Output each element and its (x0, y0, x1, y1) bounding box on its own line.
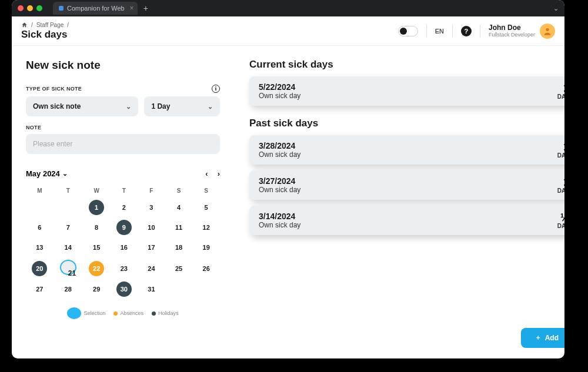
calendar-day[interactable]: 16 (116, 240, 132, 255)
calendar-day[interactable]: 13 (32, 240, 47, 255)
breadcrumb: / Staff Page / (21, 22, 69, 28)
card-amount: 1 (557, 177, 564, 187)
sick-day-card[interactable]: 5/22/2024Own sick day1DAY (249, 76, 564, 106)
calendar-day[interactable]: 4 (171, 200, 186, 215)
card-date: 3/14/2024 (259, 212, 300, 221)
calendar-day[interactable]: 31 (143, 281, 159, 297)
info-icon[interactable]: i (212, 85, 220, 93)
calendar-dow: M (26, 184, 54, 197)
calendar-dow: S (165, 184, 193, 197)
sick-day-lists: Current sick days 5/22/2024Own sick day1… (249, 59, 564, 241)
card-type: Own sick day (259, 150, 300, 159)
calendar-day[interactable]: 18 (171, 240, 186, 255)
maximize-window-button[interactable] (36, 5, 42, 11)
window-controls (18, 5, 42, 11)
calendar-day[interactable]: 26 (199, 261, 214, 276)
home-icon[interactable] (21, 22, 28, 28)
card-type: Own sick day (259, 92, 300, 100)
calendar-day[interactable]: 24 (143, 261, 159, 276)
calendar-day[interactable]: 27 (32, 281, 47, 297)
card-day-label: DAY (557, 152, 564, 159)
calendar-day[interactable]: 19 (199, 240, 214, 255)
chevron-down-icon: ⌄ (208, 103, 213, 110)
minimize-window-button[interactable] (27, 5, 33, 11)
duration-select[interactable]: 1 Day ⌄ (144, 96, 220, 116)
calendar-dow: F (138, 184, 165, 197)
calendar-day[interactable]: 3 (143, 200, 159, 215)
help-icon[interactable]: ? (461, 26, 472, 36)
card-type: Own sick day (259, 186, 300, 194)
page-title: Sick days (21, 29, 69, 41)
calendar-day[interactable]: 23 (116, 261, 132, 276)
tab-favicon (59, 6, 64, 11)
calendar-day[interactable]: 25 (171, 261, 186, 276)
calendar-day[interactable]: 8 (89, 220, 104, 235)
titlebar: Companion for Web × + ⌄ (12, 0, 564, 16)
form-title: New sick note (26, 59, 220, 72)
calendar-day[interactable]: 5 (199, 200, 214, 215)
calendar-day[interactable]: 22 (89, 261, 104, 276)
topbar: / Staff Page / Sick days EN ? John Doe F… (12, 16, 564, 46)
calendar-day[interactable]: 30 (116, 281, 132, 297)
new-tab-button[interactable]: + (143, 4, 148, 13)
card-day-label: DAY (557, 93, 564, 100)
avatar (540, 24, 555, 39)
calendar: MTWTFSS 12345678910111213141516171819202… (26, 184, 220, 299)
sick-day-card[interactable]: 3/28/2024Own sick day1DAY (249, 135, 564, 165)
calendar-day[interactable]: 29 (89, 281, 104, 297)
card-date: 5/22/2024 (259, 82, 300, 92)
close-window-button[interactable] (18, 5, 24, 11)
add-button[interactable]: + Add (521, 328, 564, 348)
close-tab-icon[interactable]: × (130, 4, 134, 12)
language-switch[interactable]: EN (435, 28, 444, 35)
calendar-next-button[interactable]: › (218, 169, 220, 178)
sun-icon (400, 28, 407, 35)
calendar-day[interactable]: 28 (61, 281, 76, 297)
card-amount: 1 (557, 83, 564, 93)
calendar-day[interactable]: 14 (61, 240, 76, 255)
user-role: Fullstack Developer (489, 32, 535, 38)
note-input[interactable] (26, 134, 220, 154)
type-select[interactable]: Own sick note ⌄ (26, 96, 138, 116)
calendar-day[interactable]: 10 (143, 220, 159, 235)
calendar-day[interactable]: 17 (143, 240, 159, 255)
form-panel: New sick note TYPE OF SICK NOTE i Own si… (26, 59, 220, 348)
calendar-day[interactable]: 9 (116, 220, 132, 235)
calendar-day[interactable]: 20 (32, 261, 47, 276)
browser-tab[interactable]: Companion for Web × (53, 2, 138, 15)
user-menu[interactable]: John Doe Fullstack Developer (489, 24, 555, 39)
user-name: John Doe (489, 24, 535, 32)
tabs-overflow-icon[interactable]: ⌄ (553, 5, 559, 12)
calendar-day[interactable]: 6 (32, 220, 47, 235)
card-date: 3/28/2024 (259, 141, 300, 150)
calendar-dow: T (54, 184, 83, 197)
calendar-prev-button[interactable]: ‹ (205, 169, 208, 178)
card-day-label: DAY (557, 223, 564, 229)
card-date: 3/27/2024 (259, 176, 300, 186)
note-label: NOTE (26, 125, 220, 130)
calendar-day[interactable]: 2 (116, 200, 132, 215)
calendar-day[interactable]: 11 (171, 220, 186, 235)
breadcrumb-staff[interactable]: Staff Page (36, 22, 64, 28)
sick-day-card[interactable]: 3/27/2024Own sick day1DAY (249, 170, 564, 200)
plus-icon: + (536, 334, 540, 342)
calendar-day[interactable]: 21 (60, 260, 76, 275)
card-amount: 1 (557, 142, 564, 152)
current-heading: Current sick days (249, 59, 564, 71)
card-amount: ½ (557, 212, 564, 223)
calendar-dow: T (110, 184, 138, 197)
tab-title: Companion for Web (67, 5, 125, 12)
calendar-day[interactable]: 1 (89, 200, 104, 215)
card-day-label: DAY (557, 187, 564, 194)
calendar-dow: W (83, 184, 111, 197)
card-type: Own sick day (259, 221, 300, 229)
calendar-day[interactable]: 12 (199, 220, 214, 235)
sick-day-card[interactable]: 3/14/2024Own sick day½DAY (249, 206, 564, 235)
type-label: TYPE OF SICK NOTE (26, 86, 82, 92)
calendar-day[interactable]: 7 (61, 220, 76, 235)
past-heading: Past sick days (249, 118, 564, 129)
svg-point-0 (546, 28, 549, 31)
theme-toggle[interactable] (398, 26, 418, 36)
calendar-month-select[interactable]: May 2024 ⌄ (26, 169, 68, 178)
calendar-day[interactable]: 15 (89, 240, 104, 255)
